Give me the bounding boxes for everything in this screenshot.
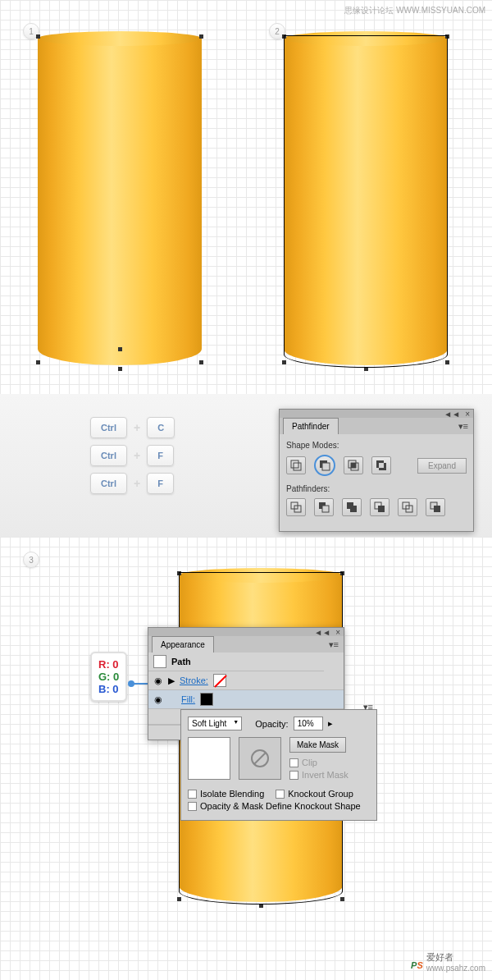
- svg-rect-6: [351, 463, 356, 468]
- stroke-swatch[interactable]: [213, 674, 226, 687]
- rgb-r: R: 0: [98, 658, 119, 671]
- shape-modes-label: Shape Modes:: [286, 441, 467, 450]
- pathfinder-panel: ◄◄× Pathfinder▾≡ Shape Modes: Expand Pat…: [279, 409, 474, 532]
- site-watermark: PS 爱好者 www.psahz.com: [411, 950, 485, 973]
- mask-thumbnail[interactable]: [239, 737, 281, 780]
- define-label: Opacity & Mask Define Knockout Shape: [200, 801, 361, 811]
- panel-header: ◄◄×: [280, 410, 473, 418]
- intersect-icon[interactable]: [344, 456, 363, 474]
- tutorial-grid-bottom: 3 R: 0 G: 0 B: 0 ◄◄× Appearance▾≡ Path ◉…: [0, 537, 492, 980]
- plus-icon: +: [134, 421, 140, 434]
- appearance-tab[interactable]: Appearance: [152, 636, 214, 653]
- merge-icon[interactable]: [342, 498, 362, 516]
- blend-mode-select[interactable]: Soft Light: [188, 717, 242, 730]
- key-ctrl: Ctrl: [90, 473, 127, 494]
- clip-label: Clip: [302, 758, 317, 767]
- svg-rect-15: [350, 506, 357, 512]
- svg-rect-0: [291, 460, 298, 468]
- svg-rect-17: [378, 506, 385, 512]
- path-label: Path: [171, 657, 191, 666]
- svg-rect-9: [379, 463, 384, 468]
- tutorial-grid-top: 思缘设计论坛 WWW.MISSYUAN.COM 1 2: [0, 0, 492, 394]
- site-name: 爱好者: [426, 951, 485, 964]
- expand-button[interactable]: Expand: [417, 458, 467, 474]
- invert-checkbox[interactable]: [289, 771, 298, 780]
- pathfinders-label: Pathfinders:: [286, 484, 467, 493]
- outline-icon[interactable]: [398, 498, 417, 516]
- invert-label: Invert Mask: [302, 770, 348, 780]
- key-c: C: [147, 417, 175, 438]
- svg-rect-3: [322, 463, 330, 470]
- plus-icon: +: [134, 477, 140, 490]
- knockout-checkbox[interactable]: [276, 790, 285, 799]
- stroke-label[interactable]: Stroke:: [180, 675, 208, 685]
- key-ctrl: Ctrl: [90, 417, 127, 438]
- svg-line-23: [254, 753, 266, 764]
- opacity-label: Opacity:: [255, 719, 288, 729]
- key-ctrl: Ctrl: [90, 445, 127, 466]
- divide-icon[interactable]: [286, 498, 306, 516]
- svg-rect-21: [434, 506, 440, 512]
- key-f: F: [147, 473, 174, 494]
- visibility-icon[interactable]: ◉: [153, 694, 163, 704]
- expand-icon[interactable]: ▶: [168, 675, 175, 686]
- fill-swatch[interactable]: [200, 693, 213, 706]
- panel-header: ◄◄×: [148, 628, 344, 636]
- key-f: F: [147, 445, 174, 466]
- rgb-b: B: 0: [98, 683, 119, 695]
- plus-icon: +: [134, 449, 140, 462]
- isolate-checkbox[interactable]: [188, 790, 197, 799]
- pathfinder-tab[interactable]: Pathfinder: [283, 418, 339, 434]
- rgb-values: R: 0 G: 0 B: 0: [90, 652, 127, 702]
- shortcuts-panel-area: Ctrl + C Ctrl + F Ctrl + F ◄◄× Pathfinde…: [0, 394, 492, 537]
- opacity-input[interactable]: 10%: [294, 717, 323, 730]
- make-mask-button[interactable]: Make Mask: [289, 737, 346, 753]
- fill-label[interactable]: Fill:: [181, 694, 195, 704]
- object-thumbnail[interactable]: [188, 737, 230, 780]
- isolate-label: Isolate Blending: [200, 789, 264, 799]
- minus-front-icon[interactable]: [314, 455, 335, 476]
- define-checkbox[interactable]: [188, 802, 197, 811]
- site-url: www.psahz.com: [426, 964, 485, 973]
- clip-checkbox[interactable]: [289, 758, 298, 767]
- step-badge-3: 3: [23, 552, 39, 568]
- knockout-label: Knockout Group: [288, 789, 353, 799]
- visibility-icon[interactable]: ◉: [153, 675, 163, 685]
- rgb-g: G: 0: [98, 671, 119, 683]
- trim-icon[interactable]: [314, 498, 334, 516]
- opacity-slider-icon[interactable]: ▸: [328, 718, 333, 729]
- path-swatch: [153, 655, 166, 668]
- cylinder-shape-2: [284, 25, 448, 369]
- cylinder-shape-1: [38, 25, 202, 369]
- crop-icon[interactable]: [370, 498, 390, 516]
- exclude-icon[interactable]: [371, 456, 391, 474]
- unite-icon[interactable]: [286, 456, 306, 474]
- svg-rect-1: [294, 463, 301, 470]
- svg-rect-13: [322, 506, 329, 512]
- minus-back-icon[interactable]: [426, 498, 445, 516]
- transparency-panel: ▾≡ Soft Light Opacity: 10% ▸ Make Mask C…: [180, 709, 377, 821]
